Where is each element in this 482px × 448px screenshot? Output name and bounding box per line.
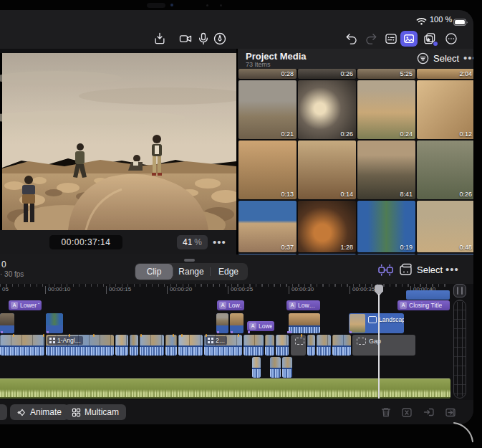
connected-clip[interactable]: [289, 313, 320, 333]
media-thumbnail[interactable]: 0:13: [238, 140, 297, 199]
storyline-clip[interactable]: 2…: [204, 335, 242, 356]
duration-badge: 0:14: [340, 191, 353, 198]
storyline-clip[interactable]: [332, 335, 351, 356]
media-thumbnail[interactable]: 0:26: [417, 140, 473, 199]
filter-icon[interactable]: [417, 52, 429, 65]
bottom-toolbar: Animate Multicam: [0, 400, 473, 424]
media-thumbnail[interactable]: 0:12: [417, 80, 473, 139]
timeline-select-button[interactable]: Select: [417, 264, 443, 275]
clip-thumbnail: [289, 313, 320, 325]
mode-tab-range[interactable]: Range: [173, 264, 210, 280]
title-clip[interactable]: ALower T…: [9, 300, 42, 310]
media-thumbnail[interactable]: 0:28: [238, 69, 297, 79]
clip-thumbnail: [350, 314, 365, 333]
media-thumbnail[interactable]: 1:28: [298, 201, 356, 252]
timeline-scrollbar[interactable]: [453, 300, 466, 399]
title-clip-label: Low…: [228, 302, 242, 309]
multicam-button[interactable]: Multicam: [64, 404, 126, 420]
mode-tab-clip[interactable]: Clip: [135, 264, 173, 280]
storyline-clip[interactable]: [0, 335, 44, 356]
panel-resize-handle[interactable]: [184, 259, 195, 262]
storyline-clip[interactable]: [317, 335, 331, 356]
connected-clip-below[interactable]: [252, 357, 261, 378]
connected-clip-below[interactable]: [270, 357, 281, 378]
title-clip[interactable]: AClosing Title: [397, 300, 450, 310]
media-thumbnail[interactable]: 0:14: [298, 140, 356, 199]
media-thumbnail[interactable]: 2:04: [417, 69, 473, 79]
storyline-clip[interactable]: [140, 335, 164, 356]
media-select-button[interactable]: Select: [433, 53, 459, 64]
media-more-icon[interactable]: •••: [463, 52, 473, 65]
timecode-display[interactable]: 00:00:37:14: [49, 235, 122, 249]
media-thumbnail[interactable]: 0:48: [417, 201, 473, 252]
redo-icon[interactable]: [364, 32, 378, 46]
gap-clip[interactable]: G: [291, 335, 306, 356]
connected-clip[interactable]: [0, 313, 14, 333]
viewer-zoom-control[interactable]: 41%: [177, 235, 208, 249]
trash-icon[interactable]: [380, 406, 392, 418]
media-thumbnail[interactable]: 0:21: [238, 80, 297, 139]
storyline-clip[interactable]: [307, 335, 315, 356]
timeline-scroll-handle[interactable]: [453, 284, 466, 297]
connected-clip[interactable]: [46, 313, 63, 333]
connected-clips-icon[interactable]: [377, 262, 394, 277]
media-grid: 0:280:265:252:040:210:260:240:120:130:14…: [238, 69, 473, 254]
battery-percent-label: 100 %: [430, 15, 452, 24]
inspector-icon[interactable]: [384, 32, 398, 46]
storyline-clip[interactable]: [276, 335, 289, 356]
import-icon[interactable]: [153, 32, 167, 46]
clip-name: 1-Angl…: [57, 337, 81, 344]
clip-marker: [206, 334, 207, 337]
main-toolbar: [0, 29, 473, 49]
media-thumbnail[interactable]: 0:24: [357, 80, 415, 139]
title-a-icon: A: [11, 302, 18, 309]
thumbnail-separators: [140, 335, 164, 345]
duration-badge: 0:12: [459, 130, 472, 138]
media-thumbnail[interactable]: 5:25: [357, 69, 415, 79]
connected-clip[interactable]: [216, 313, 228, 333]
title-clip[interactable]: ALower…: [247, 321, 274, 331]
blade-icon[interactable]: [401, 406, 413, 418]
storyline-clip[interactable]: [130, 335, 138, 356]
effects-icon[interactable]: [423, 32, 437, 46]
connected-clip-below[interactable]: [282, 357, 292, 378]
storyline-clip[interactable]: [244, 335, 264, 356]
media-thumbnail[interactable]: 0:26: [298, 80, 356, 139]
storyline-clip[interactable]: [115, 335, 128, 356]
video-camera-icon[interactable]: [178, 32, 193, 46]
storyline-clip[interactable]: [178, 335, 203, 356]
cropped-edge-button[interactable]: [0, 404, 7, 420]
thumbnail-separators: [265, 335, 274, 345]
title-clip[interactable]: ALow…: [217, 300, 244, 310]
viewer-more-icon[interactable]: •••: [213, 236, 226, 249]
playhead[interactable]: [375, 284, 383, 400]
storyline-clip[interactable]: 1-Angl…: [46, 335, 114, 356]
media-thumbnail[interactable]: 0:37: [238, 201, 297, 252]
connected-clip[interactable]: [230, 313, 244, 333]
storyline-clip[interactable]: [165, 335, 177, 356]
keyframe-icon: [17, 408, 26, 417]
title-clip-label: Closing Title: [409, 302, 442, 309]
more-circle-icon[interactable]: [444, 32, 458, 46]
media-thumbnail[interactable]: 0:26: [298, 69, 356, 79]
microphone-icon[interactable]: [196, 32, 211, 46]
mode-tab-edge[interactable]: Edge: [210, 264, 247, 280]
thumbnail-separators: [276, 335, 289, 345]
viewer-video-frame[interactable]: [0, 53, 236, 230]
media-thumbnail[interactable]: 0:19: [357, 201, 415, 252]
media-thumbnail[interactable]: 8:41: [357, 140, 415, 199]
media-browser-button[interactable]: [400, 31, 418, 47]
clip-label-row: 2…: [206, 336, 227, 345]
timeline-more-icon[interactable]: •••: [445, 263, 459, 276]
title-clip[interactable]: ALow…: [286, 300, 320, 310]
viewer-panel: 00:00:37:14 41% •••: [0, 49, 236, 254]
timeline[interactable]: 0500:00:1000:00:1500:00:2000:00:2500:00:…: [0, 284, 473, 400]
insert-icon[interactable]: [423, 406, 435, 418]
clip-overview-icon[interactable]: [399, 263, 413, 277]
undo-icon[interactable]: [344, 32, 359, 46]
viewer-controls-bar: 00:00:37:14 41% •••: [0, 230, 236, 254]
gap-clip[interactable]: Gap: [352, 335, 415, 356]
storyline-clip[interactable]: [265, 335, 274, 356]
animate-button[interactable]: Animate: [10, 404, 69, 420]
apple-pencil-icon[interactable]: [213, 32, 227, 46]
